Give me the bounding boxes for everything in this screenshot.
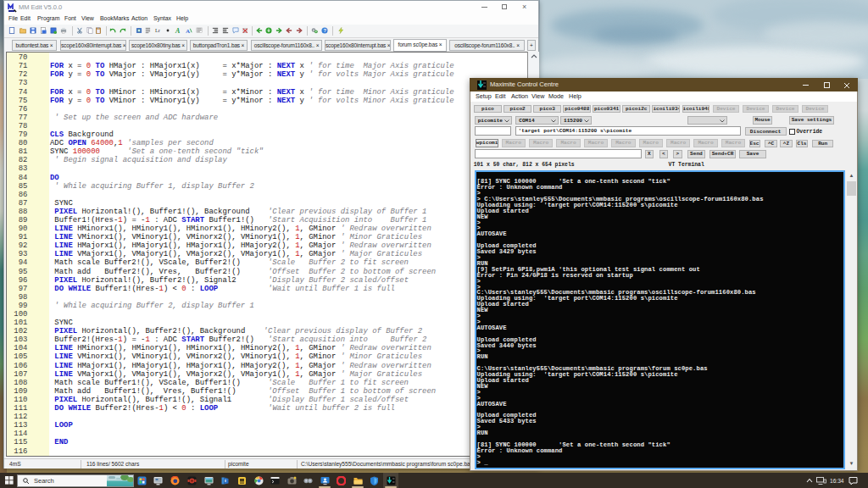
svg-text:A: A — [175, 27, 181, 34]
svg-text:Lr: Lr — [155, 27, 161, 33]
svg-text:?: ? — [323, 28, 326, 33]
